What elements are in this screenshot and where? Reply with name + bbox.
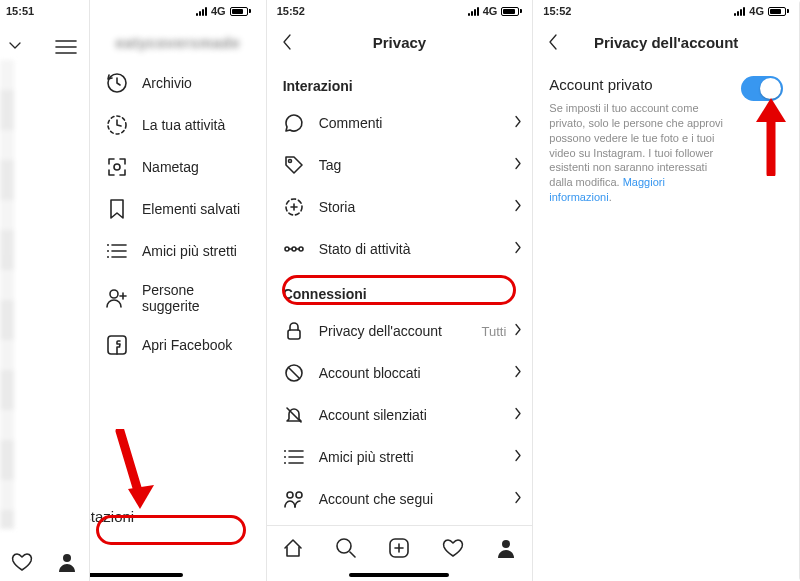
svg-point-10	[107, 244, 109, 246]
menu-label: Persone suggerite	[142, 282, 250, 314]
chevron-right-icon	[514, 407, 522, 424]
row-account-privacy[interactable]: Privacy dell'account Tutti	[267, 310, 533, 352]
username-label: eatycoversmade	[116, 34, 241, 51]
menu-item-saved[interactable]: Elementi salvati	[90, 188, 266, 230]
row-comments[interactable]: Commenti	[267, 102, 533, 144]
panel-privacy: 15:52 4G Privacy Interazioni Commenti Ta…	[267, 0, 534, 581]
svg-line-29	[289, 368, 299, 378]
interactions-list: Commenti Tag Storia Stato di attività	[267, 102, 533, 270]
row-blocked[interactable]: Account bloccati	[267, 352, 533, 394]
menu-item-archive[interactable]: Archivio	[90, 62, 266, 104]
svg-point-38	[296, 492, 302, 498]
chevron-right-icon	[514, 115, 522, 132]
svg-point-18	[288, 160, 291, 163]
section-interactions: Interazioni	[267, 62, 533, 102]
svg-point-3	[63, 554, 71, 562]
new-post-icon[interactable]	[388, 537, 410, 559]
row-story[interactable]: Storia	[267, 186, 533, 228]
battery-icon	[230, 7, 251, 16]
profile-header: eatycoversmade	[90, 22, 266, 62]
battery-icon	[768, 7, 789, 16]
menu-label: Apri Facebook	[142, 337, 232, 353]
menu-label: Elementi salvati	[142, 201, 240, 217]
status-time: 15:52	[277, 5, 305, 17]
status-bar: 15:51	[0, 0, 89, 22]
heart-icon[interactable]	[442, 537, 464, 559]
back-button[interactable]	[277, 32, 297, 52]
status-right: 4G	[468, 5, 523, 17]
profile-icon[interactable]	[56, 551, 78, 573]
status-time: 15:52	[543, 5, 571, 17]
section-connections: Connessioni	[267, 270, 533, 310]
back-button[interactable]	[543, 32, 563, 52]
network-label: 4G	[749, 5, 764, 17]
signal-icon	[196, 6, 207, 16]
row-label: Privacy dell'account	[319, 323, 442, 339]
svg-point-37	[287, 492, 293, 498]
network-label: 4G	[211, 5, 226, 17]
status-right: 4G	[186, 0, 261, 22]
row-following[interactable]: Account che segui	[267, 478, 533, 520]
profile-icon[interactable]	[495, 537, 517, 559]
private-account-description: Se imposti il tuo account come privato, …	[549, 101, 783, 205]
menu-label: La tua attività	[142, 117, 225, 133]
private-account-toggle[interactable]	[741, 76, 783, 101]
row-label: Amici più stretti	[319, 449, 414, 465]
menu-item-suggested[interactable]: Persone suggerite	[90, 272, 266, 324]
svg-point-34	[284, 450, 286, 452]
list-icon	[283, 446, 305, 468]
row-label: Stato di attività	[319, 241, 411, 257]
svg-point-13	[110, 290, 118, 298]
menu-label: Amici più stretti	[142, 243, 237, 259]
row-close-friends[interactable]: Amici più stretti	[267, 436, 533, 478]
svg-rect-27	[288, 330, 300, 339]
following-icon	[283, 488, 305, 510]
row-muted[interactable]: Account silenziati	[267, 394, 533, 436]
bell-off-icon	[283, 404, 305, 426]
story-icon	[283, 196, 305, 218]
bookmark-icon	[106, 198, 128, 220]
status-right: 4G	[734, 5, 789, 17]
blocked-icon	[283, 362, 305, 384]
heart-icon[interactable]	[11, 551, 33, 573]
chevron-right-icon	[514, 491, 522, 508]
menu-item-facebook[interactable]: Apri Facebook	[90, 324, 266, 366]
row-label: Storia	[319, 199, 356, 215]
svg-line-40	[350, 552, 355, 557]
status-bar: 15:52 4G	[533, 0, 799, 22]
svg-point-39	[337, 539, 351, 553]
svg-point-6	[114, 164, 120, 170]
profile-menu-list: Archivio La tua attività Nametag Element…	[90, 62, 266, 366]
panel-account-privacy: 15:52 4G Privacy dell'account Account pr…	[533, 0, 800, 581]
comment-icon	[283, 112, 305, 134]
list-icon	[106, 240, 128, 262]
home-indicator	[83, 573, 183, 577]
profile-gutter: 15:51	[0, 0, 90, 581]
facebook-icon	[106, 334, 128, 356]
row-label: Account bloccati	[319, 365, 421, 381]
row-tag[interactable]: Tag	[267, 144, 533, 186]
row-activity-status[interactable]: Stato di attività	[267, 228, 533, 270]
profile-feed-blur	[0, 60, 14, 529]
signal-icon	[468, 6, 479, 16]
chevron-down-icon[interactable]	[8, 36, 22, 54]
menu-item-activity[interactable]: La tua attività	[90, 104, 266, 146]
menu-item-nametag[interactable]: Nametag	[90, 146, 266, 188]
status-bar: 15:52 4G	[267, 0, 533, 22]
panel-profile-menu: 15:51 eatycoversmade	[0, 0, 267, 581]
nametag-icon	[106, 156, 128, 178]
connections-list: Privacy dell'account Tutti Account blocc…	[267, 310, 533, 520]
svg-point-11	[107, 250, 109, 252]
chevron-right-icon	[514, 449, 522, 466]
row-label: Tag	[319, 157, 342, 173]
account-privacy-header: Privacy dell'account	[533, 22, 799, 62]
home-icon[interactable]	[282, 537, 304, 559]
row-label: Account silenziati	[319, 407, 427, 423]
row-meta: Tutti	[482, 324, 507, 339]
svg-point-12	[107, 256, 109, 258]
hamburger-menu-button[interactable]	[53, 34, 79, 60]
search-icon[interactable]	[335, 537, 357, 559]
svg-point-44	[502, 540, 510, 548]
menu-item-close-friends[interactable]: Amici più stretti	[90, 230, 266, 272]
svg-point-35	[284, 456, 286, 458]
